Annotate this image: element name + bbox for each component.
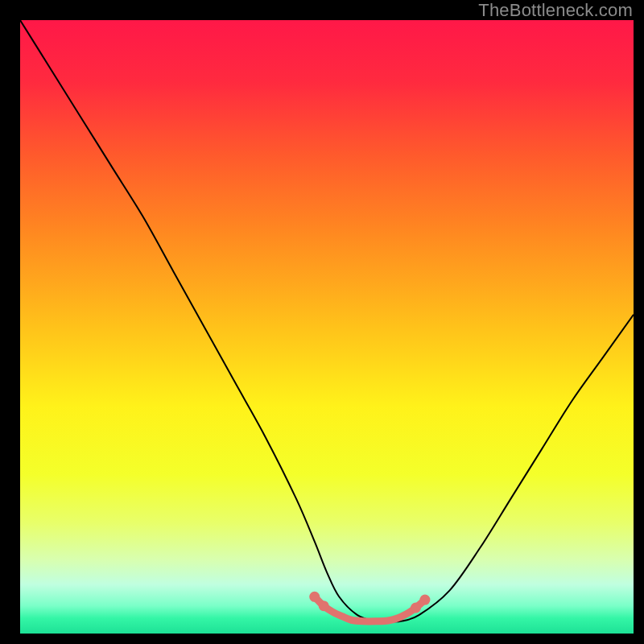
bottleneck-chart xyxy=(20,20,634,634)
flat-zone-marker xyxy=(419,595,430,605)
plot-area xyxy=(20,20,634,634)
flat-zone-marker xyxy=(309,592,320,602)
flat-zone-marker xyxy=(411,603,421,613)
chart-stage: TheBottleneck.com xyxy=(0,0,644,644)
watermark-label: TheBottleneck.com xyxy=(478,0,633,21)
svg-rect-0 xyxy=(20,20,634,634)
flat-zone-marker xyxy=(319,601,329,611)
